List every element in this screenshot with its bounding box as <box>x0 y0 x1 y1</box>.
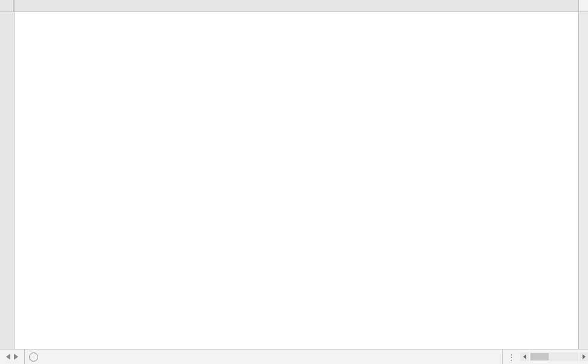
sheet-nav-prev[interactable] <box>6 354 10 360</box>
tab-split-handle[interactable]: ⋮ <box>505 352 519 362</box>
sheet-nav-next[interactable] <box>14 354 18 360</box>
horizontal-scrollbar[interactable]: ⋮ <box>502 349 588 364</box>
scroll-left-button[interactable] <box>520 352 529 361</box>
scroll-right-button[interactable] <box>580 352 588 361</box>
row-headers <box>0 0 15 349</box>
cells-area[interactable] <box>15 12 578 349</box>
add-sheet-button[interactable] <box>25 349 42 364</box>
vertical-scrollbar[interactable] <box>578 0 588 349</box>
scroll-thumb[interactable] <box>530 353 549 360</box>
column-headers <box>15 0 578 12</box>
sheet-tab-bar: ⋮ <box>0 349 588 364</box>
select-all-corner[interactable] <box>0 0 14 12</box>
